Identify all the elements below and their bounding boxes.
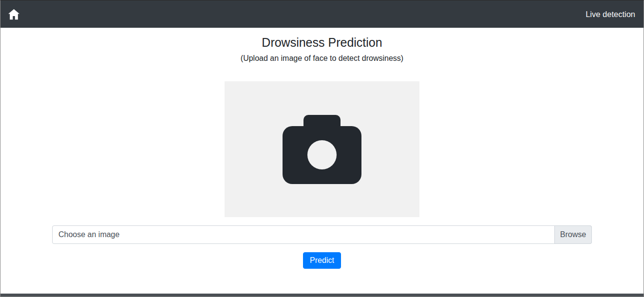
file-input[interactable]: Choose an image [52, 225, 592, 244]
browse-button[interactable]: Browse [554, 225, 592, 244]
page-title: Drowsiness Prediction [0, 36, 644, 50]
footer-bar [0, 294, 644, 297]
home-link[interactable] [7, 8, 20, 21]
predict-button-container: Predict [0, 252, 644, 269]
home-icon [7, 8, 20, 21]
camera-icon [283, 115, 361, 184]
page-subtitle: (Upload an image of face to detect drows… [0, 54, 644, 63]
navbar: Live detection [0, 0, 644, 28]
nav-link-live-detection[interactable]: Live detection [586, 10, 635, 19]
file-input-row: Choose an image Browse [52, 225, 592, 244]
predict-button[interactable]: Predict [303, 252, 341, 269]
image-preview-box [225, 81, 419, 217]
page: Live detection Drowsiness Prediction (Up… [0, 0, 644, 297]
